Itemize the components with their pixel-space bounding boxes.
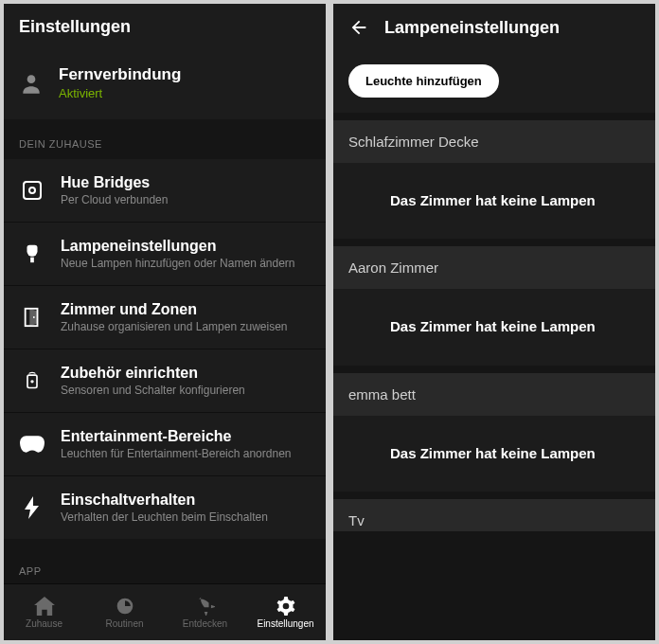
clock-icon	[116, 597, 134, 616]
nav-routines[interactable]: Routinen	[84, 584, 165, 640]
remote-status: Aktiviert	[59, 86, 181, 100]
room-empty-state: Das Zimmer hat keine Lampen	[333, 289, 655, 365]
home-icon	[34, 597, 55, 616]
lamp-content: Leuchte hinzufügen Schlafzimmer Decke Da…	[333, 49, 655, 640]
add-lamp-button[interactable]: Leuchte hinzufügen	[348, 64, 499, 98]
settings-header: Einstellungen	[4, 4, 326, 48]
add-row: Leuchte hinzufügen	[333, 49, 655, 113]
room-header[interactable]: Tv	[333, 499, 655, 531]
gear-icon	[276, 597, 295, 616]
remote-connection-item[interactable]: Fernverbindung Aktiviert	[4, 48, 326, 119]
door-icon	[22, 306, 43, 329]
accessory-icon	[23, 369, 42, 392]
lamp-settings-screen: Lampeneinstellungen Leuchte hinzufügen S…	[333, 4, 655, 640]
lamp-page-title: Lampeneinstellungen	[384, 18, 560, 38]
rocket-icon	[196, 597, 215, 616]
power-on-item[interactable]: Einschaltverhalten Verhalten der Leuchte…	[4, 476, 326, 539]
lamp-settings-item[interactable]: Lampeneinstellungen Neue Lampen hinzufüg…	[4, 223, 326, 286]
bulb-icon	[22, 242, 43, 265]
entertainment-item[interactable]: Entertainment-Bereiche Leuchten für Ente…	[4, 413, 326, 476]
hue-bridges-item[interactable]: Hue Bridges Per Cloud verbunden	[4, 159, 326, 223]
bolt-icon	[24, 496, 41, 519]
accessory-setup-item[interactable]: Zubehör einrichten Sensoren und Schalter…	[4, 349, 326, 413]
settings-screen: Einstellungen Fernverbindung Aktiviert D…	[4, 4, 326, 640]
svg-point-0	[27, 75, 36, 83]
section-home-label: DEIN ZUHAUSE	[4, 119, 326, 159]
svg-rect-3	[30, 258, 34, 263]
bridge-icon	[21, 179, 44, 202]
room-empty-state: Das Zimmer hat keine Lampen	[333, 416, 655, 492]
nav-discover[interactable]: Entdecken	[165, 584, 245, 640]
svg-point-5	[33, 316, 35, 318]
svg-rect-1	[24, 182, 41, 199]
settings-content: Fernverbindung Aktiviert DEIN ZUHAUSE Hu…	[4, 48, 326, 583]
gamepad-icon	[20, 435, 45, 454]
section-app-label: APP	[4, 546, 326, 583]
home-section: Hue Bridges Per Cloud verbunden Lampenei…	[4, 159, 326, 539]
room-header[interactable]: Schlafzimmer Decke	[333, 120, 655, 163]
user-icon	[19, 71, 44, 96]
svg-point-2	[29, 188, 35, 193]
room-header[interactable]: emma bett	[333, 373, 655, 416]
room-header[interactable]: Aaron Zimmer	[333, 246, 655, 289]
nav-settings[interactable]: Einstellungen	[245, 584, 326, 640]
lamp-header: Lampeneinstellungen	[333, 4, 655, 49]
rooms-zones-item[interactable]: Zimmer und Zonen Zuhause organisieren un…	[4, 286, 326, 349]
svg-point-7	[30, 380, 33, 383]
remote-title: Fernverbindung	[59, 65, 181, 84]
page-title: Einstellungen	[19, 17, 131, 37]
back-icon[interactable]	[348, 17, 369, 38]
bottom-nav: Zuhause Routinen Entdecken Einstellungen	[4, 583, 326, 640]
room-empty-state: Das Zimmer hat keine Lampen	[333, 163, 655, 239]
nav-home[interactable]: Zuhause	[4, 584, 84, 640]
